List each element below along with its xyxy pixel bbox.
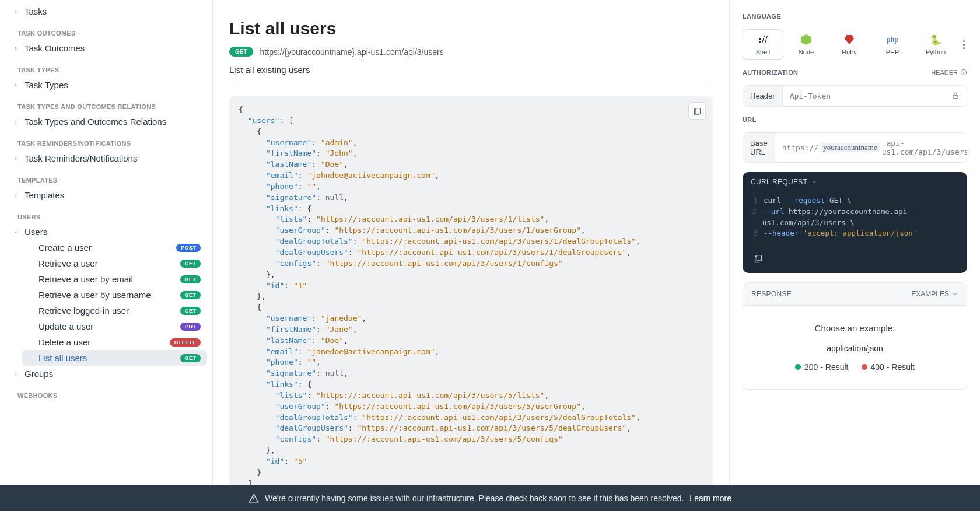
- status-dot-icon: [795, 364, 801, 370]
- header-value[interactable]: Api-Token: [783, 86, 944, 106]
- nav-item[interactable]: Task Types: [8, 77, 206, 93]
- nav-item-label: Task Reminders/Notifications: [24, 153, 201, 163]
- examples-label: EXAMPLES: [911, 290, 949, 298]
- nav-sublist: Create a userPOSTRetrieve a userGETRetri…: [8, 240, 206, 366]
- base-url-suffix: .api-us1.com/api/3/users: [882, 139, 967, 156]
- nav-subitem[interactable]: Retrieve a user by usernameGET: [22, 287, 206, 303]
- python-icon: 🐍: [930, 33, 942, 46]
- nav-heading: WEBHOOKS: [8, 382, 206, 402]
- method-badge-get: GET: [180, 291, 201, 299]
- nav-item-label: Task Types: [24, 80, 201, 90]
- line-number: 1: [751, 195, 758, 206]
- curl-title: CURL REQUEST: [751, 178, 807, 186]
- nav-item[interactable]: Groups: [8, 366, 206, 382]
- nav-subitem[interactable]: Create a userPOST: [22, 240, 206, 256]
- nav-item[interactable]: Task Types and Outcomes Relations: [8, 114, 206, 130]
- nav-item[interactable]: Tasks: [8, 4, 206, 19]
- svg-rect-4: [953, 95, 958, 98]
- right-panel: LANGUAGE ://ShellNodeRubyphpPHP🐍Python A…: [729, 0, 980, 485]
- more-languages-button[interactable]: [961, 40, 967, 49]
- status-dot-icon: [862, 364, 867, 370]
- method-badge-get: GET: [180, 260, 201, 268]
- language-label: Node: [799, 48, 814, 55]
- nav-item-label: Retrieve a user by username: [38, 290, 176, 300]
- choose-example-hint: Choose an example:: [751, 323, 958, 333]
- nav-item[interactable]: Task Reminders/Notifications: [8, 150, 206, 166]
- response-label: RESPONSE: [751, 290, 792, 298]
- curl-footer: [743, 246, 967, 273]
- language-php[interactable]: phpPHP: [872, 30, 913, 59]
- sidebar: TasksTASK OUTCOMESTask OutcomesTASK TYPE…: [0, 0, 213, 485]
- nav-subitem[interactable]: Update a userPUT: [22, 318, 206, 334]
- nav-item-label: Tasks: [24, 6, 201, 16]
- nav-subitem[interactable]: Retrieve logged-in userGET: [22, 303, 206, 318]
- response-example[interactable]: 400 - Result: [862, 362, 915, 372]
- page-title: List all users: [229, 19, 713, 38]
- nav-subitem[interactable]: Retrieve a user by emailGET: [22, 271, 206, 287]
- chevron-down-icon: [951, 290, 958, 298]
- nav-heading: TASK TYPES: [8, 56, 206, 77]
- divider: [229, 88, 713, 88]
- banner-text: We're currently having some issues with …: [265, 494, 684, 503]
- examples-dropdown[interactable]: EXAMPLES: [911, 290, 958, 298]
- response-example-label: 200 - Result: [804, 362, 848, 372]
- warning-icon: [249, 493, 259, 503]
- lock-icon: [944, 86, 967, 106]
- curl-copy-button[interactable]: [751, 252, 766, 265]
- endpoint-line: GET https://{youraccountname}.api-us1.co…: [229, 47, 713, 57]
- node-icon: [801, 33, 811, 46]
- svg-rect-5: [757, 256, 761, 261]
- main-area: List all users GET https://{youraccountn…: [213, 0, 980, 485]
- nav-subitem[interactable]: List all usersGET: [22, 350, 206, 366]
- nav-heading: TEMPLATES: [8, 166, 206, 187]
- method-badge-get: GET: [180, 354, 201, 362]
- chevron-right-icon: [12, 119, 20, 125]
- base-url-value[interactable]: https://youraccountname.api-us1.com/api/…: [775, 133, 967, 162]
- copy-icon: [754, 254, 763, 263]
- language-shell[interactable]: ://Shell: [743, 29, 783, 60]
- nav-item-label: Update a user: [38, 321, 176, 331]
- nav-subitem[interactable]: Delete a userDELETE: [22, 334, 206, 350]
- copy-button[interactable]: [688, 102, 706, 120]
- nav-heading: TASK REMINDERS/NOTIFICATIONS: [8, 130, 206, 150]
- nav-item[interactable]: Task Outcomes: [8, 40, 206, 56]
- language-label: LANGUAGE: [743, 13, 967, 20]
- nav-item-label: Retrieve logged-in user: [38, 306, 176, 316]
- curl-line: 1curl --request GET \: [751, 195, 959, 206]
- language-ruby[interactable]: Ruby: [829, 30, 870, 59]
- banner-link[interactable]: Learn more: [690, 494, 732, 503]
- chevron-right-icon: [12, 371, 20, 377]
- curl-header[interactable]: CURL REQUEST: [743, 172, 967, 192]
- response-example-label: 400 - Result: [871, 362, 915, 372]
- language-label: Ruby: [842, 48, 857, 55]
- nav-item[interactable]: Users: [8, 224, 206, 240]
- nav-item-label: List all users: [38, 353, 176, 363]
- line-number: 2: [751, 206, 757, 229]
- curl-body: 1curl --request GET \2 --url https://you…: [743, 192, 967, 246]
- language-node[interactable]: Node: [786, 30, 827, 59]
- response-card: RESPONSE EXAMPLES Choose an example: app…: [743, 282, 967, 390]
- nav-item-label: Groups: [24, 369, 201, 379]
- base-url-tag: Base URL: [743, 133, 775, 162]
- chevron-right-icon: [12, 156, 20, 162]
- method-badge-put: PUT: [180, 323, 201, 331]
- response-example-card: { "users": [ { "username": "admin", "fir…: [229, 96, 713, 485]
- nav-subitem[interactable]: Retrieve a userGET: [22, 256, 206, 271]
- base-url-prefix: https://: [782, 144, 819, 152]
- curl-card: CURL REQUEST 1curl --request GET \2 --ur…: [743, 172, 967, 273]
- authorization-mode[interactable]: HEADER: [931, 69, 967, 76]
- nav-item-label: Retrieve a user: [38, 258, 176, 268]
- language-row: ://ShellNodeRubyphpPHP🐍Python: [743, 29, 967, 60]
- method-badge-delete: DELETE: [170, 338, 201, 346]
- nav-heading: USERS: [8, 203, 206, 224]
- nav-item[interactable]: Templates: [8, 187, 206, 203]
- method-badge-get: GET: [180, 275, 201, 284]
- header-input: Header Api-Token: [743, 85, 967, 107]
- response-example[interactable]: 200 - Result: [795, 362, 848, 372]
- nav-item-label: Users: [24, 227, 201, 237]
- language-python[interactable]: 🐍Python: [915, 30, 956, 59]
- nav-heading: TASK TYPES AND OUTCOMES RELATIONS: [8, 93, 206, 114]
- nav-item-label: Templates: [24, 190, 201, 200]
- svg-rect-0: [696, 108, 701, 114]
- language-label: Python: [926, 48, 946, 55]
